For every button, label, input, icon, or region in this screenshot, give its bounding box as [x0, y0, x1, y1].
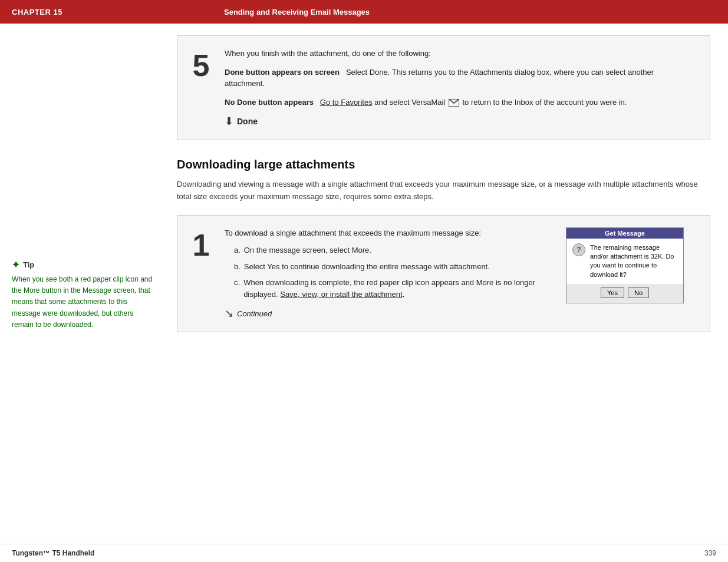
step5-intro: When you finish with the attachment, do … [225, 48, 696, 59]
step1-item-a-letter: a. [234, 244, 241, 256]
tip-star-icon: ✦ [12, 259, 19, 270]
main-content: 5 When you finish with the attachment, d… [165, 24, 728, 562]
step1-item-b-text: Select Yes to continue downloading the e… [244, 261, 490, 273]
step5-option2-text: and select VersaMail [374, 98, 447, 107]
section-title: Downloading large attachments [177, 158, 710, 171]
step5-go-to-favorites-link[interactable]: Go to Favorites [320, 98, 373, 107]
chapter-title: Sending and Receiving Email Messages [224, 8, 370, 16]
dialog-text: The remaining message and/or attachment … [590, 243, 677, 280]
step5-number-col: 5 [177, 48, 225, 128]
step5-option1: Done button appears on screen Select Don… [225, 67, 696, 90]
tip-header: ✦ Tip [12, 259, 153, 270]
chapter-label: CHAPTER 15 [12, 8, 224, 16]
email-icon [449, 99, 459, 107]
dialog-body: ? The remaining message and/or attachmen… [566, 239, 683, 285]
tip-label: Tip [23, 260, 34, 269]
continued-arrow-icon: ↘ [225, 307, 233, 320]
step5-option2-text2: to return to the Inbox of the account yo… [463, 98, 627, 107]
dialog-title-bar: Get Message [566, 228, 683, 239]
step1-item-b-letter: b. [234, 261, 241, 273]
done-label: Done [237, 117, 258, 126]
footer-brand: Tungsten™ T5 Handheld [12, 549, 94, 557]
step1-item-a-text: On the message screen, select More. [244, 244, 371, 256]
step5-number: 5 [193, 50, 210, 81]
step1-dialog-area: Get Message ? The remaining message and/… [566, 227, 696, 320]
step1-item-c: c. When downloading is complete, the red… [234, 277, 554, 300]
footer-page-number: 339 [704, 549, 716, 557]
section-intro: Downloading and viewing a message with a… [177, 178, 710, 203]
step5-option2-label: No Done button appears [225, 98, 314, 107]
page-footer: Tungsten™ T5 Handheld 339 [0, 544, 728, 562]
step1-intro: To download a single attachment that exc… [225, 227, 554, 239]
step5-box: 5 When you finish with the attachment, d… [177, 35, 710, 140]
tip-box: ✦ Tip When you see both a red paper clip… [12, 259, 153, 330]
step1-continued-line: ↘ Continued [225, 307, 554, 320]
step5-content: When you finish with the attachment, do … [225, 48, 696, 128]
done-arrow-icon: ⬇ [225, 115, 233, 128]
dialog-no-button[interactable]: No [628, 287, 649, 298]
step5-done-line: ⬇ Done [225, 115, 696, 128]
dialog-question-icon: ? [572, 243, 585, 256]
page-body: ✦ Tip When you see both a red paper clip… [0, 24, 728, 562]
step1-item-c-text: When downloading is complete, the red pa… [243, 277, 554, 300]
step1-item-c-letter: c. [234, 277, 240, 300]
sidebar: ✦ Tip When you see both a red paper clip… [0, 24, 165, 562]
tip-text: When you see both a red paper clip icon … [12, 274, 153, 330]
step1-save-link[interactable]: Save, view, or install the attachment [280, 290, 402, 299]
step1-number: 1 [193, 230, 210, 260]
step1-box: 1 To download a single attachment that e… [177, 215, 710, 333]
step1-item-b: b. Select Yes to continue downloading th… [234, 261, 554, 273]
step5-option1-label: Done button appears on screen [225, 68, 340, 77]
step1-number-col: 1 [177, 227, 225, 320]
step5-option2: No Done button appears Go to Favorites a… [225, 97, 696, 108]
page-header: CHAPTER 15 Sending and Receiving Email M… [0, 0, 728, 24]
continued-label: Continued [237, 309, 272, 318]
dialog-buttons: Yes No [566, 284, 683, 303]
get-message-dialog: Get Message ? The remaining message and/… [566, 227, 684, 304]
step1-item-a: a. On the message screen, select More. [234, 244, 554, 256]
step1-content: To download a single attachment that exc… [225, 227, 696, 320]
step1-text: To download a single attachment that exc… [225, 227, 554, 320]
dialog-yes-button[interactable]: Yes [601, 287, 624, 298]
